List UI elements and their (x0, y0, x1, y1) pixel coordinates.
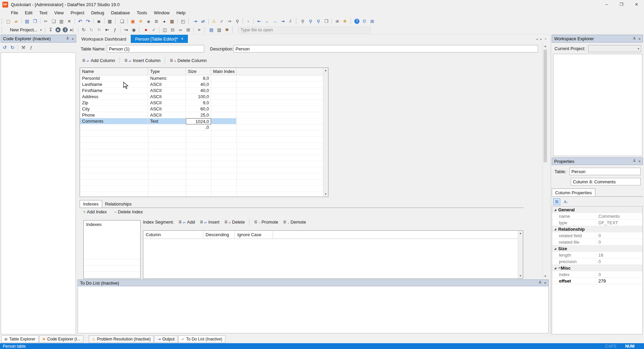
property-row-selected[interactable]: offset 279 (552, 278, 642, 284)
add-index-button[interactable]: + Add Index (81, 209, 109, 214)
property-value[interactable]: 16 (596, 253, 642, 258)
new-view-icon[interactable]: ◰ (180, 18, 186, 24)
configure-keys-icon[interactable]: ✱ (342, 18, 348, 24)
cell-type[interactable]: ASCII (148, 106, 186, 112)
segment-delete-button[interactable]: ≣× Delete (222, 219, 247, 225)
jump-to-icon[interactable]: ↝ (123, 27, 129, 33)
property-value[interactable]: 0 (596, 272, 642, 277)
locals-window-icon[interactable]: ∞ (177, 27, 183, 33)
pin-icon[interactable]: ╨ (633, 37, 636, 41)
next-bookmark-icon[interactable]: → (272, 18, 278, 24)
scroll-up-icon[interactable]: ▲ (544, 44, 547, 49)
property-row[interactable]: type DF_TEXT (552, 219, 642, 226)
code-explorer-tree[interactable] (1, 52, 76, 334)
copy-panels-icon[interactable]: ❏ (119, 18, 125, 24)
cell-name[interactable]: PersonId (80, 75, 148, 81)
tab-workspace-dashboard[interactable]: Workspace Dashboard (77, 35, 131, 43)
description-input[interactable]: Person (234, 45, 538, 52)
property-row[interactable]: precision 0 (552, 258, 642, 265)
header-size[interactable]: Size (186, 68, 211, 75)
find-previous-icon[interactable]: ⚲ (308, 18, 313, 24)
cell-name[interactable]: FirstName (80, 88, 148, 94)
property-value[interactable]: 0 (596, 240, 642, 245)
breakpoints-window-icon[interactable]: ✓ (151, 27, 157, 33)
cell-type[interactable]: ASCII (148, 94, 186, 100)
todo-window-icon[interactable]: ✓ (219, 18, 225, 24)
table-row[interactable]: FirstName ASCII 40,0 (80, 88, 323, 94)
categorized-view-icon[interactable]: ⊞ (553, 198, 560, 205)
expander-icon[interactable]: ◢ (552, 247, 558, 250)
menu-tools[interactable]: Tools (133, 10, 150, 16)
new-file-icon[interactable]: ▢ (5, 18, 11, 24)
cell-size[interactable]: 8,0 (186, 75, 211, 81)
cell-name[interactable] (80, 124, 148, 131)
expander-icon[interactable]: ◢ (552, 267, 558, 270)
property-group[interactable]: ◢ Relationship (552, 226, 642, 232)
cell-type[interactable]: Text (148, 118, 186, 124)
cell-size[interactable]: 25,0 (186, 112, 211, 118)
open-file-icon[interactable]: ▰ (13, 18, 19, 24)
minimize-button[interactable]: – (599, 0, 614, 9)
header-name[interactable]: Name (80, 68, 148, 75)
properties-column-field[interactable]: Column 8: Comments (571, 178, 641, 185)
cell-type[interactable]: ASCII (148, 112, 186, 118)
stop-debugging-icon[interactable]: ◉ (131, 27, 136, 33)
cell-type[interactable]: ASCII (148, 88, 186, 94)
menu-debug[interactable]: Debug (88, 10, 108, 16)
property-row[interactable]: related field 0 (552, 232, 642, 239)
import-table-icon[interactable]: ✱ (224, 27, 230, 33)
function-filter-icon[interactable]: ƒ (28, 45, 34, 50)
step-into-icon[interactable]: !↓ (88, 27, 94, 33)
run-icon[interactable]: ▶ (55, 27, 61, 32)
scroll-up-icon[interactable]: ▲ (519, 231, 522, 236)
segment-demote-button[interactable]: ≣↓ Demote (280, 219, 308, 225)
find-icon[interactable]: ⚲ (300, 18, 306, 24)
paste-icon[interactable]: ▥ (59, 18, 64, 24)
cell-name[interactable]: City (80, 106, 148, 112)
table-row[interactable]: Phone ASCII 25,0 (80, 112, 323, 118)
segment-promote-button[interactable]: ≣↑ Promote (252, 219, 280, 225)
header-ignore-case[interactable]: Ignore Case (235, 231, 273, 239)
cell-name[interactable]: Comments (80, 118, 148, 124)
cell-size[interactable]: 40,0 (186, 88, 211, 94)
close-icon[interactable]: × (639, 159, 641, 163)
cell-size-focused[interactable]: 1024,0 (186, 118, 211, 124)
property-value[interactable]: Comments (596, 214, 642, 219)
segment-add-button[interactable]: ≣↵ Add (176, 219, 197, 225)
table-name-input[interactable]: Person (1) (107, 45, 204, 52)
property-group[interactable]: ◢ ~Misc (552, 265, 642, 271)
insert-column-button[interactable]: ≣↵ Insert Column (122, 58, 163, 63)
new-project-button[interactable]: New Project... ▾ (8, 27, 44, 33)
cell-size[interactable]: ,0 (186, 124, 211, 131)
run-to-cursor-icon[interactable]: ▶I (104, 27, 110, 33)
workspace-explorer-tree[interactable] (553, 54, 642, 156)
cell-size[interactable]: 40,0 (186, 81, 211, 88)
table-row-new[interactable]: ,0 (80, 124, 323, 131)
scrollbar-thumb[interactable] (544, 50, 547, 162)
float-window-icon[interactable]: ▫ (245, 18, 251, 24)
cell-main-index[interactable] (211, 118, 237, 124)
menu-text[interactable]: Text (36, 10, 51, 16)
cell-main-index[interactable] (211, 75, 237, 81)
property-value[interactable]: DF_TEXT (596, 220, 642, 225)
rerun-question-icon[interactable]: ↻ (81, 27, 86, 33)
header-main-index[interactable]: Main Index (211, 68, 237, 75)
cell-type[interactable]: ASCII (148, 100, 186, 106)
close-button[interactable]: ✕ (629, 0, 644, 9)
cell-size[interactable]: 100,0 (186, 94, 211, 100)
configure-explorer-icon[interactable]: ⚒ (20, 45, 26, 50)
scroll-up-icon[interactable]: ▲ (324, 68, 327, 73)
menu-window[interactable]: Window (150, 10, 173, 16)
watch-window-icon[interactable]: ◫ (162, 27, 167, 33)
table-row-selected[interactable]: Comments Text 1024,0 (80, 118, 323, 124)
columns-grid[interactable]: Name Type Size Main Index PersonId Numer… (80, 67, 328, 197)
document-vertical-scrollbar[interactable]: ▲ ▼ (543, 44, 548, 279)
redo-icon[interactable]: ↷ (85, 18, 91, 24)
tab-code-explorer[interactable]: ❖ Code Explorer (I... (39, 335, 83, 343)
table-viewer-icon[interactable]: ⊞ (369, 18, 375, 24)
tab-output[interactable]: ⇥ Output (154, 335, 177, 343)
property-value[interactable]: 0 (596, 259, 642, 264)
toggle-breakpoint-icon[interactable]: ● (143, 27, 149, 33)
scroll-down-icon[interactable]: ▼ (544, 274, 547, 279)
set-next-statement-icon[interactable]: ƒ (112, 27, 118, 33)
